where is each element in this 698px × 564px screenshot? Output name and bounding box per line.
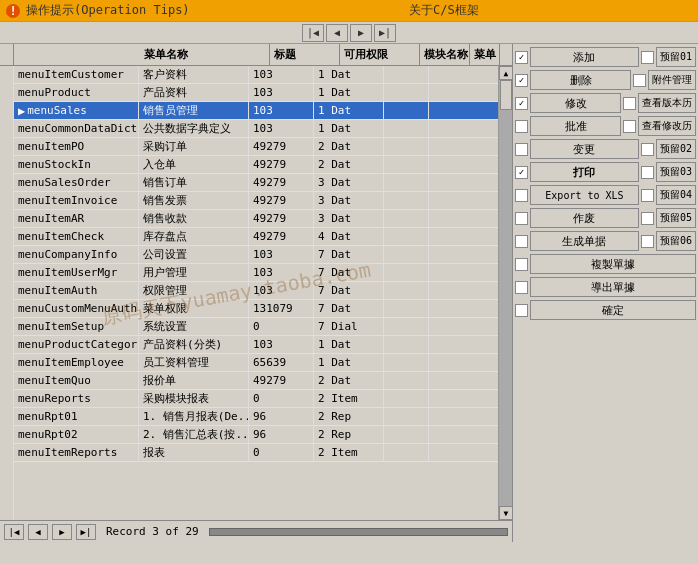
table-row[interactable]: menuCompanyInfo公司设置1037 Dat [14,246,498,264]
right-checkbox-2[interactable] [515,97,528,110]
table-cell [384,444,429,461]
table-cell: 入仓单 [139,156,249,173]
scroll-down[interactable]: ▼ [499,506,512,520]
status-next[interactable]: ▶ [52,524,72,540]
table-row[interactable]: menuItemInvoice销售发票492793 Dat [14,192,498,210]
table-row[interactable]: menuItemCustomer客户资料1031 Dat [14,66,498,84]
table-cell: 49279 [249,156,314,173]
status-first[interactable]: |◀ [4,524,24,540]
table-row[interactable]: menuItemSetup系统设置07 Dial [14,318,498,336]
right-panel-row: 删除附件管理 [515,69,696,91]
table-row[interactable]: menuStockIn入仓单492792 Dat [14,156,498,174]
right-secondary-btn-4[interactable]: 预留02 [656,139,696,159]
table-row[interactable]: ▶menuSales销售员管理1031 Dat [14,102,498,120]
table-cell: menuCommonDataDict [14,120,139,137]
table-cell: 销售员管理 [139,102,249,119]
scrollbar-v[interactable]: ▲ ▼ [498,66,512,520]
table-row[interactable]: menuItemReports报表02 Item [14,444,498,462]
right-checkbox-10[interactable] [515,281,528,294]
table-cell: 2 Item [314,444,384,461]
table-row[interactable]: menuItemQuo报价单492792 Dat [14,372,498,390]
right-checkbox-5[interactable] [515,166,528,179]
nav-last[interactable]: ▶| [374,24,396,42]
right-checkbox-7[interactable] [515,212,528,225]
right-action-btn-9[interactable]: 複製單據 [530,254,696,274]
scroll-up[interactable]: ▲ [499,66,512,80]
right-action-btn-5[interactable]: 打印 [530,162,639,182]
right-checkbox-8[interactable] [515,235,528,248]
right-checkbox2-8[interactable] [641,235,654,248]
table-cell: 1 Dat [314,66,384,83]
right-panel-row: 打印预留03 [515,161,696,183]
right-action-btn-2[interactable]: 修改 [530,93,621,113]
table-cell: 1 Dat [314,354,384,371]
right-secondary-btn-5[interactable]: 预留03 [656,162,696,182]
right-action-btn-7[interactable]: 作废 [530,208,639,228]
right-secondary-btn-1[interactable]: 附件管理 [648,70,696,90]
table-cell: menuCustomMenuAuth [14,300,139,317]
table-cell [384,138,429,155]
right-checkbox2-5[interactable] [641,166,654,179]
right-secondary-btn-6[interactable]: 预留04 [656,185,696,205]
status-last[interactable]: ▶| [76,524,96,540]
nav-prev[interactable]: ◀ [326,24,348,42]
right-checkbox-4[interactable] [515,143,528,156]
right-checkbox2-6[interactable] [641,189,654,202]
right-checkbox2-7[interactable] [641,212,654,225]
right-action-btn-4[interactable]: 变更 [530,139,639,159]
right-secondary-btn-2[interactable]: 查看版本历 [638,93,696,113]
table-row[interactable]: menuItemUserMgr用户管理1037 Dat [14,264,498,282]
table-row[interactable]: menuItemAR销售收款492793 Dat [14,210,498,228]
table-cell [384,120,429,137]
right-action-btn-0[interactable]: 添加 [530,47,639,67]
right-secondary-btn-7[interactable]: 预留05 [656,208,696,228]
table-row[interactable]: menuItemAuth权限管理1037 Dat [14,282,498,300]
table-row[interactable]: menuSalesOrder销售订单492793 Dat [14,174,498,192]
status-prev[interactable]: ◀ [28,524,48,540]
right-checkbox-0[interactable] [515,51,528,64]
right-action-btn-3[interactable]: 批准 [530,116,621,136]
progress-bar [209,528,508,536]
right-checkbox2-4[interactable] [641,143,654,156]
right-secondary-btn-3[interactable]: 查看修改历 [638,116,696,136]
export-btn[interactable]: Export to XLS [530,185,639,205]
export-checkbox[interactable] [515,189,528,202]
right-action-btn-10[interactable]: 導出單據 [530,277,696,297]
table-row[interactable]: menuProductCategory产品资料(分类)1031 Dat [14,336,498,354]
scroll-thumb[interactable] [500,80,512,110]
right-checkbox2-2[interactable] [623,97,636,110]
table-row[interactable]: menuCustomMenuAuth菜单权限1310797 Dat [14,300,498,318]
right-checkbox2-3[interactable] [623,120,636,133]
table-cell [384,84,429,101]
right-panel-row: 作废预留05 [515,207,696,229]
table-row[interactable]: menuCommonDataDict公共数据字典定义1031 Dat [14,120,498,138]
table-row[interactable]: menuItemPO采购订单492792 Dat [14,138,498,156]
table-row[interactable]: menuRpt011. 销售月报表(De...962 Rep [14,408,498,426]
title-center: 关于C/S框架 [196,2,692,19]
right-action-btn-11[interactable]: 確定 [530,300,696,320]
right-action-btn-1[interactable]: 删除 [530,70,631,90]
col-menu: 菜单 [470,44,500,65]
right-checkbox2-1[interactable] [633,74,646,87]
right-checkbox-1[interactable] [515,74,528,87]
table-cell: 49279 [249,174,314,191]
right-secondary-btn-8[interactable]: 预留06 [656,231,696,251]
table-cell: 公司设置 [139,246,249,263]
table-row[interactable]: menuReports采购模块报表02 Item [14,390,498,408]
nav-first[interactable]: |◀ [302,24,324,42]
right-checkbox-11[interactable] [515,304,528,317]
table-row[interactable]: menuItemCheck库存盘点492794 Dat [14,228,498,246]
scroll-track[interactable] [499,80,512,506]
nav-next[interactable]: ▶ [350,24,372,42]
right-action-btn-8[interactable]: 生成单据 [530,231,639,251]
table-cell [384,336,429,353]
right-checkbox2-0[interactable] [641,51,654,64]
right-panel-row: 修改查看版本历 [515,92,696,114]
record-count: Record 3 of 29 [100,525,205,538]
right-secondary-btn-0[interactable]: 预留01 [656,47,696,67]
table-row[interactable]: menuItemEmployee员工资料管理656391 Dat [14,354,498,372]
right-checkbox-9[interactable] [515,258,528,271]
right-checkbox-3[interactable] [515,120,528,133]
table-row[interactable]: menuRpt022. 销售汇总表(按...962 Rep [14,426,498,444]
table-row[interactable]: menuProduct产品资料1031 Dat [14,84,498,102]
